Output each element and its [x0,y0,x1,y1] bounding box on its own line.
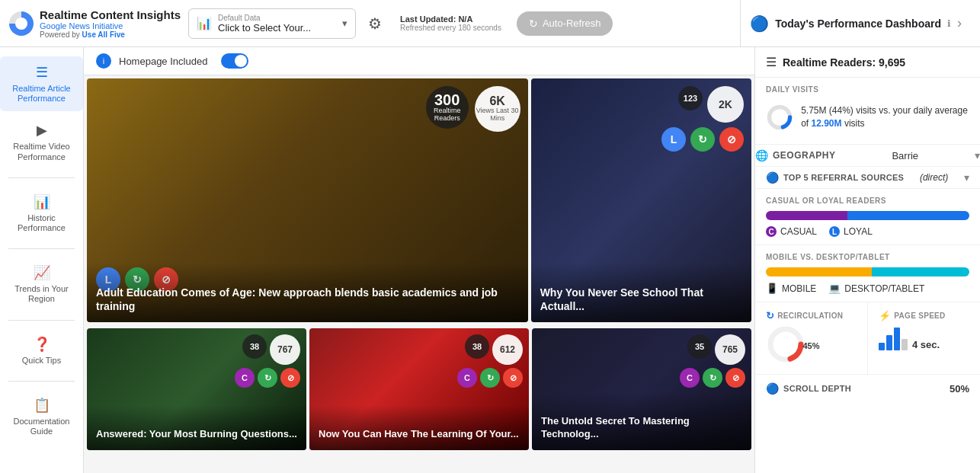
refresh-icon: ↻ [529,18,538,30]
mobile-legend: 📱 MOBILE 💻 DESKTOP/TABLET [766,283,969,294]
badge-c-icon[interactable]: C [457,368,477,388]
sidebar-item-documentation[interactable]: 📋 Documentation Guide [0,389,83,444]
badge-cancel-icon[interactable]: ⊘ [280,368,300,388]
logo: Realtime Content Insights Google News In… [9,8,181,39]
content-area: i Homepage Included 300 Realtime Readers… [84,47,754,473]
desktop-label: DESKTOP/TABLET [844,283,924,294]
google-news-label: Google News Initiative [40,21,181,30]
page-speed-bars: 4 sec. [879,328,969,350]
donut-chart [766,98,793,136]
realtime-readers-label: Realtime Readers: 9,695 [783,56,905,69]
documentation-icon: 📋 [34,397,50,414]
badge-refresh-icon[interactable]: ↻ [690,127,715,152]
badge-refresh-icon[interactable]: ↻ [480,368,500,388]
daily-visits-row: 5.75M (44%) visits vs. your daily averag… [766,98,969,136]
card-3-num2: 767 [270,334,300,365]
page-speed-icon: ⚡ [879,310,891,321]
realtime-readers-row: ☰ Realtime Readers: 9,695 [755,47,980,78]
article-card-2[interactable]: 123 2K L ↻ ⊘ Why You Never See School Th… [531,78,751,322]
card-2-num2: 2K [707,86,744,123]
card-5-stats: 35 765 C ↻ ⊘ [680,334,745,388]
desktop-bar-segment [872,267,969,276]
speed-bar-3 [894,328,900,350]
card-3-icon-row: C ↻ ⊘ [235,368,300,388]
article-card-1[interactable]: 300 Realtime Readers 6K Views Last 30 Mi… [87,78,528,322]
selector-text: Default Data Click to Select Your... [218,14,311,34]
loyal-label: LOYAL [844,226,873,237]
badge-c-icon[interactable]: C [235,368,255,388]
sidebar-item-label: Historic Performance [6,213,77,233]
referral-left: 🔵 TOP 5 REFERRAL SOURCES [766,171,904,184]
casual-legend: C CASUAL L LOYAL [766,226,969,237]
badge-refresh-icon[interactable]: ↻ [258,368,277,388]
geography-expand-icon[interactable]: ▾ [975,149,980,161]
recirculation-chart [766,324,805,364]
homepage-label: Homepage Included [119,56,207,67]
card-4-title: Now You Can Have The Learning Of Your... [319,428,519,439]
refresh-interval-label: Refreshed every 180 seconds [400,24,501,32]
card-4-overlay: Now You Can Have The Learning Of Your... [309,405,529,450]
badge-refresh-icon[interactable]: ↻ [703,368,722,388]
data-selector[interactable]: 📊 Default Data Click to Select Your... ▾ [188,8,356,39]
views-label: Views Last 30 Mins [475,107,520,123]
homepage-bar: i Homepage Included [84,47,754,75]
card-2-icon-row: L ↻ ⊘ [661,127,744,152]
daily-visits-text: 5.75M (44%) visits vs. your daily averag… [801,104,969,130]
recirculation-value: 45% [802,341,819,350]
globe-icon: 🌐 [755,149,768,161]
mobile-desktop-bar [766,267,969,276]
article-card-3[interactable]: 38 767 C ↻ ⊘ Answered: Your Most Burning… [87,328,306,450]
chart-bar-icon: 📊 [197,16,212,30]
card-4-icon-row: C ↻ ⊘ [457,368,523,388]
card-1-title: Adult Education Comes of Age: New approa… [96,286,498,312]
sidebar-item-historic[interactable]: 📊 Historic Performance [0,186,83,241]
page-speed-value: 4 sec. [912,339,940,350]
card-2-stats: 123 2K L ↻ ⊘ [661,86,744,152]
page-speed-section: ⚡ PAGE SPEED 4 sec. [868,302,980,374]
card-1-stats: 300 Realtime Readers 6K Views Last 30 Mi… [426,86,520,132]
dashboard-title: Today's Performance Dashboard [775,18,941,30]
sidebar-item-label: Realtime Article Performance [6,84,77,104]
refresh-info: Last Updated: N/A Refreshed every 180 se… [400,14,501,32]
badge-c-icon[interactable]: C [680,368,700,388]
referral-value: (direct) [920,172,948,183]
settings-gear-icon[interactable]: ⚙ [363,10,386,37]
casual-dot: C [766,226,777,237]
card-3-num1: 38 [242,334,267,359]
article-card-4[interactable]: 38 612 C ↻ ⊘ Now You Can Have The Learni… [309,328,529,450]
recirculation-title: ↻ RECIRCULATION [766,310,857,321]
auto-refresh-button[interactable]: ↻ Auto-Refresh [517,11,613,36]
desktop-legend-item: 💻 DESKTOP/TABLET [828,283,924,294]
sidebar-item-quick-tips[interactable]: ❓ Quick Tips [0,328,83,373]
casual-legend-item: C CASUAL [766,226,817,237]
powered-by-label: Powered by Use All Five [40,30,181,39]
dashboard-info-icon[interactable]: ℹ [947,18,951,29]
badge-cancel-icon[interactable]: ⊘ [719,127,744,152]
sidebar-item-realtime-video[interactable]: ▶ Realtime Video Performance [0,114,83,169]
desktop-icon: 💻 [828,283,841,294]
dashboard-panel: 🔵 Today's Performance Dashboard ℹ › [740,0,971,46]
badge-cancel-icon[interactable]: ⊘ [725,368,745,388]
referral-row: 🔵 TOP 5 REFERRAL SOURCES (direct) ▾ [755,167,980,189]
sidebar-divider-1 [8,177,75,178]
scroll-depth-row: 🔵 SCROLL DEPTH 50% [755,375,980,402]
badge-cancel-icon[interactable]: ⊘ [503,368,523,388]
badge-l-icon[interactable]: L [661,127,686,152]
casual-loyal-title: CASUAL OR LOYAL READERS [766,197,969,205]
dashboard-expand-icon[interactable]: › [957,15,962,31]
speed-bar-4 [902,339,908,350]
scroll-depth-icon: 🔵 [766,382,779,395]
sidebar-item-trends[interactable]: 📈 Trends in Your Region [0,257,83,312]
views-circle: 6K Views Last 30 Mins [475,86,520,132]
scroll-depth-value: 50% [950,383,969,395]
sidebar: ☰ Realtime Article Performance ▶ Realtim… [0,47,84,473]
casual-loyal-bar [766,211,969,220]
sidebar-item-label: Trends in Your Region [6,284,77,304]
homepage-toggle[interactable] [221,53,248,69]
referral-expand-icon[interactable]: ▾ [964,171,969,184]
sidebar-item-realtime-article[interactable]: ☰ Realtime Article Performance [0,56,83,111]
article-card-5[interactable]: 35 765 C ↻ ⊘ The Untold Secret To Master… [532,328,751,450]
selector-default-label: Default Data [218,14,311,22]
sidebar-item-label: Quick Tips [22,356,61,366]
app-title: Realtime Content Insights [40,8,181,21]
